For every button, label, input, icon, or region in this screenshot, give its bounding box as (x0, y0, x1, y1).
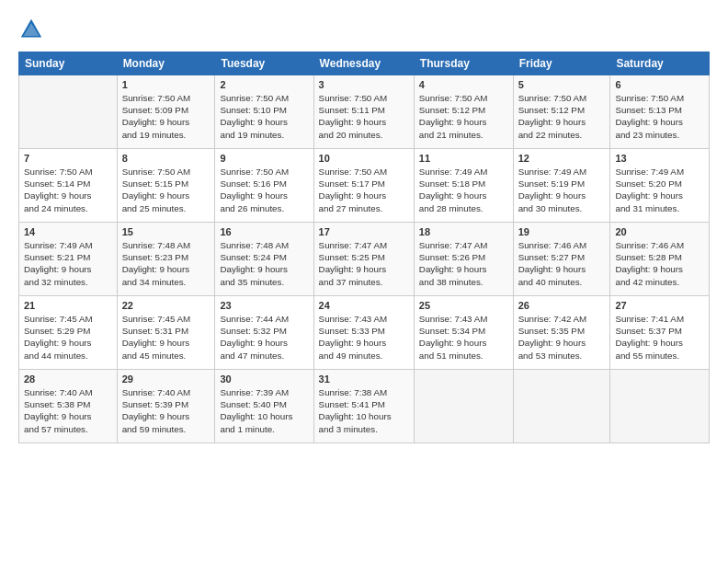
day-cell: 18Sunrise: 7:47 AM Sunset: 5:26 PM Dayli… (414, 223, 513, 296)
day-info: Sunrise: 7:50 AM Sunset: 5:12 PM Dayligh… (419, 92, 508, 141)
day-info: Sunrise: 7:50 AM Sunset: 5:15 PM Dayligh… (122, 166, 210, 214)
day-cell: 21Sunrise: 7:45 AM Sunset: 5:29 PM Dayli… (19, 296, 118, 370)
page-header (18, 17, 710, 42)
day-info: Sunrise: 7:50 AM Sunset: 5:13 PM Dayligh… (615, 92, 704, 141)
header-day-sunday: Sunday (19, 52, 118, 75)
day-info: Sunrise: 7:50 AM Sunset: 5:10 PM Dayligh… (220, 92, 308, 141)
day-cell (610, 370, 710, 443)
day-number: 5 (518, 79, 606, 90)
day-cell (513, 370, 610, 443)
day-cell: 31Sunrise: 7:38 AM Sunset: 5:41 PM Dayli… (313, 370, 414, 443)
day-number: 6 (615, 79, 704, 90)
week-row-4: 21Sunrise: 7:45 AM Sunset: 5:29 PM Dayli… (19, 296, 710, 370)
day-info: Sunrise: 7:40 AM Sunset: 5:38 PM Dayligh… (24, 386, 112, 435)
day-cell: 1Sunrise: 7:50 AM Sunset: 5:09 PM Daylig… (117, 75, 215, 149)
day-number: 23 (220, 300, 308, 311)
day-info: Sunrise: 7:42 AM Sunset: 5:35 PM Dayligh… (518, 313, 606, 362)
day-info: Sunrise: 7:49 AM Sunset: 5:19 PM Dayligh… (518, 166, 606, 214)
day-number: 15 (122, 226, 210, 237)
day-cell: 27Sunrise: 7:41 AM Sunset: 5:37 PM Dayli… (610, 296, 710, 370)
day-info: Sunrise: 7:49 AM Sunset: 5:18 PM Dayligh… (419, 166, 508, 214)
day-info: Sunrise: 7:43 AM Sunset: 5:34 PM Dayligh… (419, 313, 508, 362)
day-info: Sunrise: 7:44 AM Sunset: 5:32 PM Dayligh… (220, 313, 308, 362)
day-number: 22 (122, 300, 210, 311)
day-cell: 7Sunrise: 7:50 AM Sunset: 5:14 PM Daylig… (19, 149, 118, 223)
day-number: 8 (122, 153, 210, 164)
day-info: Sunrise: 7:50 AM Sunset: 5:14 PM Dayligh… (24, 166, 112, 214)
day-info: Sunrise: 7:38 AM Sunset: 5:41 PM Dayligh… (319, 386, 409, 435)
week-row-5: 28Sunrise: 7:40 AM Sunset: 5:38 PM Dayli… (19, 370, 710, 443)
day-number: 30 (220, 373, 308, 385)
day-number: 27 (615, 300, 704, 311)
header-day-saturday: Saturday (610, 52, 710, 75)
day-number: 24 (319, 300, 409, 311)
day-number: 14 (24, 226, 112, 237)
day-info: Sunrise: 7:46 AM Sunset: 5:28 PM Dayligh… (615, 239, 704, 288)
day-number: 12 (518, 153, 606, 164)
day-info: Sunrise: 7:46 AM Sunset: 5:27 PM Dayligh… (518, 239, 606, 288)
day-cell: 14Sunrise: 7:49 AM Sunset: 5:21 PM Dayli… (19, 223, 118, 296)
week-row-2: 7Sunrise: 7:50 AM Sunset: 5:14 PM Daylig… (19, 149, 710, 223)
day-number: 25 (419, 300, 508, 311)
header-day-wednesday: Wednesday (313, 52, 414, 75)
calendar-header: SundayMondayTuesdayWednesdayThursdayFrid… (19, 52, 710, 75)
day-number: 2 (220, 79, 308, 90)
logo-icon (18, 17, 44, 42)
day-info: Sunrise: 7:40 AM Sunset: 5:39 PM Dayligh… (122, 386, 210, 435)
day-number: 16 (220, 226, 308, 237)
day-cell: 12Sunrise: 7:49 AM Sunset: 5:19 PM Dayli… (513, 149, 610, 223)
day-cell: 19Sunrise: 7:46 AM Sunset: 5:27 PM Dayli… (513, 223, 610, 296)
day-number: 3 (319, 79, 409, 90)
day-cell (19, 75, 118, 149)
calendar-body: 1Sunrise: 7:50 AM Sunset: 5:09 PM Daylig… (19, 75, 710, 443)
day-number: 28 (24, 373, 112, 385)
day-number: 17 (319, 226, 409, 237)
day-cell: 17Sunrise: 7:47 AM Sunset: 5:25 PM Dayli… (313, 223, 414, 296)
day-cell: 30Sunrise: 7:39 AM Sunset: 5:40 PM Dayli… (215, 370, 313, 443)
day-number: 13 (615, 153, 704, 164)
day-info: Sunrise: 7:41 AM Sunset: 5:37 PM Dayligh… (615, 313, 704, 362)
day-cell: 20Sunrise: 7:46 AM Sunset: 5:28 PM Dayli… (610, 223, 710, 296)
day-info: Sunrise: 7:50 AM Sunset: 5:17 PM Dayligh… (319, 166, 409, 214)
header-day-thursday: Thursday (414, 52, 513, 75)
day-info: Sunrise: 7:50 AM Sunset: 5:09 PM Dayligh… (122, 92, 210, 141)
day-cell: 16Sunrise: 7:48 AM Sunset: 5:24 PM Dayli… (215, 223, 313, 296)
day-number: 10 (319, 153, 409, 164)
day-number: 21 (24, 300, 112, 311)
day-cell: 9Sunrise: 7:50 AM Sunset: 5:16 PM Daylig… (215, 149, 313, 223)
day-cell: 2Sunrise: 7:50 AM Sunset: 5:10 PM Daylig… (215, 75, 313, 149)
day-cell: 15Sunrise: 7:48 AM Sunset: 5:23 PM Dayli… (117, 223, 215, 296)
day-cell: 6Sunrise: 7:50 AM Sunset: 5:13 PM Daylig… (610, 75, 710, 149)
day-info: Sunrise: 7:49 AM Sunset: 5:20 PM Dayligh… (615, 166, 704, 214)
day-cell: 4Sunrise: 7:50 AM Sunset: 5:12 PM Daylig… (414, 75, 513, 149)
day-info: Sunrise: 7:50 AM Sunset: 5:11 PM Dayligh… (319, 92, 409, 141)
day-info: Sunrise: 7:48 AM Sunset: 5:23 PM Dayligh… (122, 239, 210, 288)
day-cell: 11Sunrise: 7:49 AM Sunset: 5:18 PM Dayli… (414, 149, 513, 223)
day-number: 1 (122, 79, 210, 90)
day-info: Sunrise: 7:45 AM Sunset: 5:31 PM Dayligh… (122, 313, 210, 362)
day-cell: 5Sunrise: 7:50 AM Sunset: 5:12 PM Daylig… (513, 75, 610, 149)
day-number: 4 (419, 79, 508, 90)
day-cell: 8Sunrise: 7:50 AM Sunset: 5:15 PM Daylig… (117, 149, 215, 223)
day-info: Sunrise: 7:45 AM Sunset: 5:29 PM Dayligh… (24, 313, 112, 362)
logo (18, 17, 50, 42)
day-number: 31 (319, 373, 409, 385)
day-number: 29 (122, 373, 210, 385)
week-row-3: 14Sunrise: 7:49 AM Sunset: 5:21 PM Dayli… (19, 223, 710, 296)
day-number: 9 (220, 153, 308, 164)
day-info: Sunrise: 7:43 AM Sunset: 5:33 PM Dayligh… (319, 313, 409, 362)
day-cell: 26Sunrise: 7:42 AM Sunset: 5:35 PM Dayli… (513, 296, 610, 370)
day-cell: 24Sunrise: 7:43 AM Sunset: 5:33 PM Dayli… (313, 296, 414, 370)
day-info: Sunrise: 7:49 AM Sunset: 5:21 PM Dayligh… (24, 239, 112, 288)
day-number: 19 (518, 226, 606, 237)
calendar-table: SundayMondayTuesdayWednesdayThursdayFrid… (18, 52, 710, 443)
day-number: 7 (24, 153, 112, 164)
day-cell (414, 370, 513, 443)
day-cell: 3Sunrise: 7:50 AM Sunset: 5:11 PM Daylig… (313, 75, 414, 149)
day-cell: 23Sunrise: 7:44 AM Sunset: 5:32 PM Dayli… (215, 296, 313, 370)
day-cell: 28Sunrise: 7:40 AM Sunset: 5:38 PM Dayli… (19, 370, 118, 443)
day-info: Sunrise: 7:47 AM Sunset: 5:25 PM Dayligh… (319, 239, 409, 288)
header-day-monday: Monday (117, 52, 215, 75)
header-day-tuesday: Tuesday (215, 52, 313, 75)
day-info: Sunrise: 7:47 AM Sunset: 5:26 PM Dayligh… (419, 239, 508, 288)
